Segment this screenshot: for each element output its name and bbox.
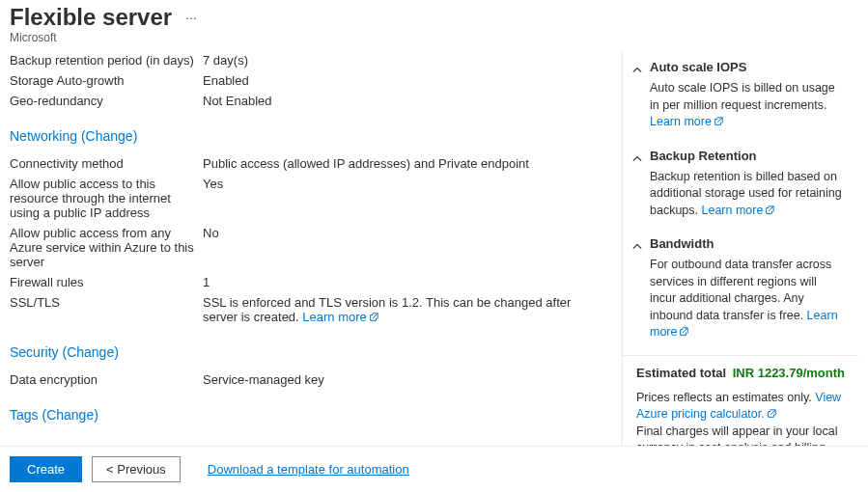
download-template-link[interactable]: Download a template for automation xyxy=(208,462,409,477)
azure-services-value: No xyxy=(203,226,602,269)
cost-panel: Auto scale IOPS Auto scale IOPS is bille… xyxy=(622,52,858,483)
external-link-icon xyxy=(714,117,723,126)
networking-change-link[interactable]: (Change) xyxy=(81,128,137,144)
chevron-up-icon[interactable] xyxy=(632,152,642,162)
footer-bar: Create < Previous Download a template fo… xyxy=(0,446,868,492)
networking-section-header[interactable]: Networking (Change) xyxy=(10,128,602,144)
ssltls-text: SSL is enforced and TLS version is 1.2. … xyxy=(203,295,571,324)
backup-learn-more-link[interactable]: Learn more xyxy=(702,204,775,217)
firewall-value: 1 xyxy=(203,275,602,289)
tags-title: Tags xyxy=(10,407,39,423)
summary-panel: Backup retention period (in days) 7 day(… xyxy=(10,46,622,483)
external-link-icon xyxy=(767,409,776,419)
ssltls-learn-more-link[interactable]: Learn more xyxy=(302,310,378,324)
backup-title: Backup Retention xyxy=(650,149,845,163)
data-encryption-value: Service-managed key xyxy=(203,372,602,387)
estimated-total-value: INR 1223.79/month xyxy=(733,366,845,380)
security-title: Security xyxy=(10,344,59,360)
firewall-label: Firewall rules xyxy=(10,275,203,289)
estimated-total-label: Estimated total xyxy=(636,366,726,380)
public-access-label: Allow public access to this resource thr… xyxy=(10,177,203,220)
ssltls-value: SSL is enforced and TLS version is 1.2. … xyxy=(203,295,602,324)
backup-retention-label: Backup retention period (in days) xyxy=(10,53,203,68)
external-link-icon xyxy=(679,327,688,337)
auto-growth-value: Enabled xyxy=(203,73,602,88)
backup-retention-value: 7 day(s) xyxy=(203,53,602,68)
data-encryption-label: Data encryption xyxy=(10,372,203,387)
bandwidth-title: Bandwidth xyxy=(650,236,845,251)
external-link-icon xyxy=(765,205,774,215)
chevron-up-icon[interactable] xyxy=(632,64,642,73)
backup-block: Backup Retention Backup retention is bil… xyxy=(623,141,858,230)
security-change-link[interactable]: (Change) xyxy=(62,344,118,360)
ssltls-label: SSL/TLS xyxy=(10,295,203,324)
create-button[interactable]: Create xyxy=(10,456,82,482)
iops-block: Auto scale IOPS Auto scale IOPS is bille… xyxy=(623,52,858,141)
publisher-label: Microsoft xyxy=(10,31,858,44)
tags-change-link[interactable]: (Change) xyxy=(42,407,98,423)
geo-redundancy-label: Geo-redundancy xyxy=(10,94,203,108)
chevron-up-icon[interactable] xyxy=(632,240,642,250)
security-section-header[interactable]: Security (Change) xyxy=(10,344,602,360)
iops-learn-more-link[interactable]: Learn more xyxy=(650,115,723,128)
azure-services-label: Allow public access from any Azure servi… xyxy=(10,226,203,269)
connectivity-value: Public access (allowed IP addresses) and… xyxy=(203,156,602,171)
bandwidth-body: For outbound data transfer across servic… xyxy=(650,257,845,342)
backup-body: Backup retention is billed based on addi… xyxy=(650,169,845,220)
geo-redundancy-value: Not Enabled xyxy=(203,94,602,108)
previous-button[interactable]: < Previous xyxy=(92,456,181,482)
external-link-icon xyxy=(369,313,378,322)
networking-title: Networking xyxy=(10,128,77,144)
tags-section-header[interactable]: Tags (Change) xyxy=(10,407,602,423)
public-access-value: Yes xyxy=(203,177,602,220)
iops-title: Auto scale IOPS xyxy=(650,60,845,74)
estimated-total-row: Estimated total INR 1223.79/month xyxy=(623,355,858,388)
more-actions-icon[interactable]: ··· xyxy=(185,10,197,25)
header: Flexible server ··· Microsoft xyxy=(0,0,868,46)
page-title: Flexible server xyxy=(10,4,172,31)
connectivity-label: Connectivity method xyxy=(10,156,203,171)
bandwidth-block: Bandwidth For outbound data transfer acr… xyxy=(623,229,858,351)
auto-growth-label: Storage Auto-growth xyxy=(10,73,203,88)
iops-body: Auto scale IOPS is billed on usage in pe… xyxy=(650,80,845,131)
